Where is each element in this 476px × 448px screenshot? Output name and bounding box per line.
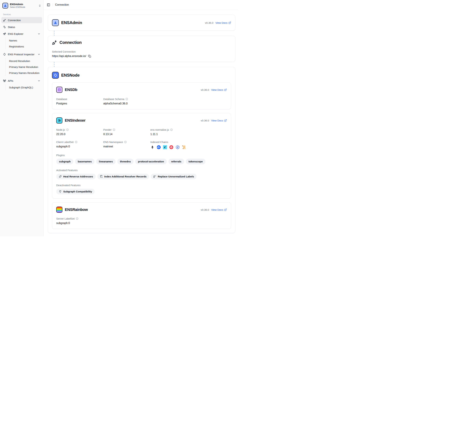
ens-explorer-sublist: Names Registrations (5, 38, 42, 50)
info-icon[interactable] (76, 217, 79, 220)
sidebar-item-names[interactable]: Names (6, 38, 42, 44)
connection-card: Connection Selected Connection https://a… (48, 36, 235, 62)
ensrainbow-card: ENSRainbow v0.36.0 View Docs Server Labe… (52, 202, 231, 229)
feature-badge-label: Index Additional Resolver Records (104, 175, 147, 178)
feature-badge-label: Heal Reverse Addresses (63, 175, 93, 178)
field-value: 0.13.14 (103, 133, 150, 136)
app-root: ENSAdmin Select ENSNode Services Connect… (0, 0, 238, 236)
sidebar-item-primary-names-resolution[interactable]: Primary Names Resolution (6, 70, 42, 76)
chevron-down-icon (38, 32, 40, 35)
ens-normalize-field: ens-normalize.js 1.11.1 (150, 128, 198, 136)
sidebar-item-subgraph-graphql[interactable]: Subgraph (GraphQL) (6, 84, 42, 90)
plug-zap-icon (52, 40, 57, 45)
field-value: mainnet (103, 145, 150, 148)
info-icon[interactable] (66, 128, 69, 131)
plugin-pill: referrals (168, 159, 184, 164)
ensnode-card: ENSNode ENSDb v0.36.0 View Docs (48, 67, 235, 233)
view-docs-label: View Docs (211, 208, 223, 211)
page-content: ENSAdmin v0.36.0 View Docs Connection (44, 10, 238, 236)
activated-features-section: Activated Features Heal Reverse Addresse… (56, 169, 227, 179)
chevron-down-icon (38, 79, 40, 82)
info-icon[interactable] (75, 141, 77, 143)
deactivated-features-label: Deactivated Features (56, 184, 81, 187)
sidebar-toggle-button[interactable] (46, 2, 51, 7)
ensadmin-logo-icon (2, 3, 8, 9)
scroll-chain-icon: 📜 (182, 145, 186, 149)
activated-features-label: Activated Features (56, 169, 78, 172)
protocol-inspector-sublist: Record Resolution Primary Name Resolutio… (5, 58, 42, 76)
ensdb-card-title: ENSDb (65, 87, 77, 92)
ensrainbow-card-icon (56, 207, 62, 213)
ensdb-card-icon (56, 87, 62, 93)
app-title: ENSAdmin (10, 3, 25, 6)
plugin-pill: threedns (117, 159, 134, 164)
breadcrumb: Connection (55, 3, 69, 6)
feature-badge: Index Additional Resolver Records (97, 174, 149, 179)
sidebar-item-connection[interactable]: Connection (1, 17, 42, 23)
ensadmin-card-icon (52, 19, 59, 26)
external-link-icon (224, 119, 227, 122)
field-label: Client LabelSet (56, 141, 74, 144)
ensdb-card: ENSDb v0.36.0 View Docs Database P (52, 82, 231, 109)
feature-badge: Replace Unnormalized Labels (151, 174, 197, 179)
sidebar-section-label: Services (1, 10, 42, 17)
ensnode-selector[interactable]: ENSAdmin Select ENSNode (1, 1, 42, 10)
arbitrum-chain-icon (176, 145, 180, 149)
optimism-chain-icon (169, 145, 173, 149)
field-label: Database (56, 98, 67, 100)
ensrainbow-view-docs-link[interactable]: View Docs (211, 208, 227, 211)
connection-url: https://api.alpha.ensnode.io/ (52, 55, 86, 58)
ensdb-view-docs-link[interactable]: View Docs (211, 88, 227, 91)
connection-card-title: Connection (59, 40, 82, 45)
sidebar-item-label: Connection (8, 19, 21, 22)
copy-url-button[interactable] (88, 55, 91, 58)
chevron-down-icon (38, 53, 40, 56)
indexed-chains-field: Indexed Chains (150, 141, 198, 149)
sidebar-item-ens-protocol-inspector[interactable]: ENS Protocol Inspector (1, 51, 42, 57)
sidebar-item-apis[interactable]: APIs (1, 78, 42, 84)
field-value: 1.11.1 (150, 133, 198, 136)
ens-namespace-field: ENS Namespace mainnet (103, 141, 150, 149)
ensdb-version: v0.36.0 (201, 88, 209, 91)
sidebar-item-ens-explorer[interactable]: ENS Explorer (1, 31, 42, 37)
ensrainbow-card-title: ENSRainbow (65, 207, 88, 212)
external-link-icon (224, 89, 227, 91)
main-area: Connection ENSAdmin v0.36.0 View Docs (44, 0, 238, 236)
field-value: alphaSchema0.36.0 (103, 102, 150, 105)
client-labelset-field: Client LabelSet subgraph:0 (56, 141, 103, 149)
field-label: Node.js (56, 128, 65, 131)
feature-badge-label: Subgraph Compatibility (63, 190, 92, 193)
sidebar-item-label: APIs (8, 79, 13, 82)
chevrons-up-down-icon (39, 5, 41, 7)
database-schema-field: Database Schema alphaSchema0.36.0 (103, 98, 150, 105)
bandage-icon (59, 175, 62, 178)
plugins-label: Plugins (56, 154, 65, 157)
field-label: ENS Namespace (103, 141, 123, 144)
ens-diamond-icon (3, 53, 6, 56)
replace-icon (153, 175, 156, 178)
ensindexer-card: ENSIndexer v0.36.0 View Docs Node.js (52, 113, 231, 199)
ensindexer-view-docs-link[interactable]: View Docs (211, 119, 227, 122)
sidebar-item-status[interactable]: Status (1, 24, 42, 30)
server-labelset-label: Server LabelSet (56, 217, 75, 220)
ethereum-chain-icon (150, 145, 154, 149)
plugin-pill: tokenscope (186, 159, 205, 164)
sidebar-item-primary-name-resolution[interactable]: Primary Name Resolution (6, 64, 42, 70)
info-icon[interactable] (124, 141, 127, 143)
sidebar-item-record-resolution[interactable]: Record Resolution (6, 58, 42, 64)
sidebar-item-registrations[interactable]: Registrations (6, 44, 42, 50)
selected-connection-label: Selected Connection (52, 50, 75, 53)
info-icon[interactable] (113, 128, 115, 131)
card-connector-line (54, 62, 54, 67)
sidebar: ENSAdmin Select ENSNode Services Connect… (0, 0, 44, 236)
ensrainbow-version: v0.36.0 (201, 208, 209, 211)
info-icon[interactable] (170, 128, 173, 131)
deactivated-features-section: Deactivated Features Subgraph Compatibil… (56, 184, 227, 194)
linea-chain-icon (163, 145, 167, 149)
base-chain-icon (157, 145, 161, 149)
info-icon[interactable] (125, 98, 128, 100)
ensadmin-view-docs-link[interactable]: View Docs (215, 21, 231, 24)
field-label: Indexed Chains (150, 141, 168, 144)
app-subtitle: Select ENSNode (10, 6, 25, 9)
feature-badge-label: Replace Unnormalized Labels (158, 175, 194, 178)
